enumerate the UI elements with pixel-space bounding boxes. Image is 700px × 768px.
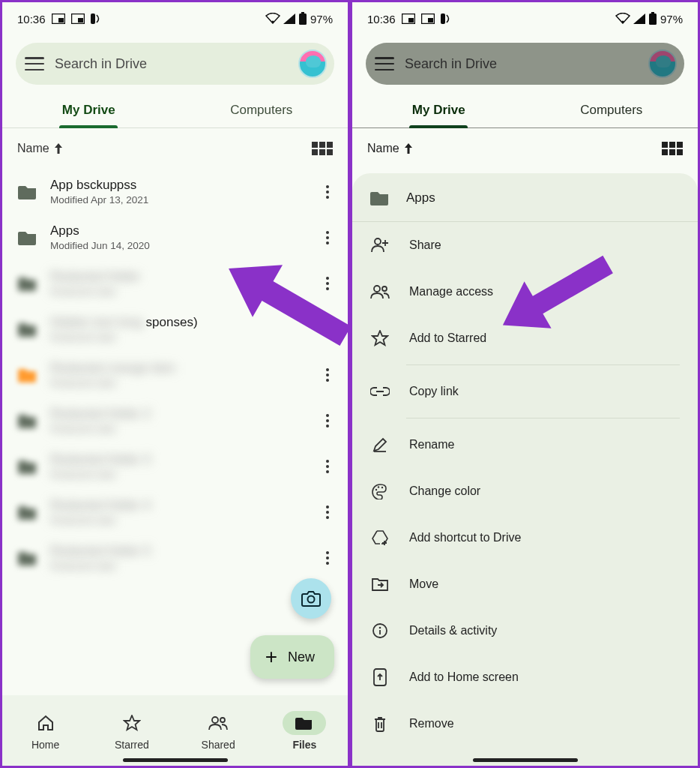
svg-point-10	[220, 718, 225, 722]
file-modified: Redacted date	[50, 469, 306, 480]
people-icon	[208, 716, 228, 730]
folder-icon	[17, 502, 38, 523]
nav-starred[interactable]: Starred	[88, 695, 175, 766]
search-pill[interactable]: Search in Drive	[16, 43, 334, 85]
more-options-button[interactable]	[318, 374, 337, 376]
file-meta: Redacted folder 5 Redacted date	[50, 544, 306, 572]
file-row[interactable]: Redacted folder 4 Redacted date	[2, 489, 348, 535]
menu-icon[interactable]	[375, 57, 394, 70]
sheet-separator	[406, 418, 680, 418]
account-avatar[interactable]	[648, 50, 677, 78]
file-meta: Redacted folder 3 Redacted date	[50, 452, 306, 480]
svg-point-22	[375, 489, 377, 490]
camera-icon	[301, 590, 321, 607]
file-row[interactable]: App bsckuppss Modified Apr 13, 2021	[2, 169, 348, 214]
tab-my-drive[interactable]: My Drive	[352, 92, 525, 128]
sort-label: Name	[17, 142, 49, 155]
more-options-button[interactable]	[318, 190, 337, 194]
cell-signal-icon	[633, 14, 645, 24]
svg-rect-17	[651, 12, 654, 14]
tab-my-drive[interactable]: My Drive	[2, 92, 175, 128]
sheet-title: Apps	[406, 190, 435, 206]
group-icon	[370, 282, 390, 302]
more-options-button[interactable]	[318, 511, 337, 514]
battery-icon	[648, 12, 657, 26]
folder-icon	[17, 227, 38, 248]
more-options-button[interactable]	[318, 556, 337, 560]
add-home-icon	[370, 668, 390, 687]
file-meta: Redacted folder 2 Redacted date	[50, 406, 306, 434]
account-avatar[interactable]	[298, 50, 327, 78]
file-row[interactable]: Redacted folder Redacted date	[2, 260, 348, 306]
file-row[interactable]: Redacted orange item Redacted date	[2, 352, 348, 398]
sheet-item-label: Add shortcut to Drive	[409, 531, 521, 544]
svg-rect-3	[78, 18, 83, 22]
more-options-button[interactable]	[318, 282, 337, 285]
phone-right: 10:36 97% Search in Drive My Drive	[350, 0, 700, 768]
more-options-button[interactable]	[318, 328, 337, 331]
sheet-item-label: Add to Starred	[409, 332, 486, 345]
svg-point-26	[379, 627, 381, 629]
folder-icon	[17, 273, 38, 294]
tab-computers[interactable]: Computers	[175, 92, 349, 128]
move-icon	[370, 574, 390, 594]
more-options-button[interactable]	[318, 419, 337, 422]
folder-icon	[17, 182, 38, 202]
wifi-icon	[265, 13, 280, 25]
file-meta: App bsckuppss Modified Apr 13, 2021	[50, 178, 306, 206]
sheet-list: Share Manage access Add to Starred Copy …	[352, 222, 698, 766]
battery-icon	[298, 12, 307, 26]
folder-icon	[370, 190, 390, 206]
cell-signal-icon	[283, 14, 295, 24]
more-options-button[interactable]	[318, 465, 337, 468]
file-row[interactable]: Redacted folder 3 Redacted date	[2, 443, 348, 489]
sort-row: Name	[2, 128, 348, 169]
arrow-up-icon	[404, 143, 413, 154]
svg-point-19	[375, 238, 381, 244]
more-options-button[interactable]	[318, 236, 337, 239]
sheet-item-rename[interactable]: Rename	[352, 422, 698, 468]
search-placeholder[interactable]: Search in Drive	[50, 56, 292, 72]
sort-button[interactable]: Name	[17, 142, 63, 155]
file-row[interactable]: Redacted folder 2 Redacted date	[2, 398, 348, 443]
sheet-item-label: Details & activity	[409, 624, 497, 638]
sheet-item-copy-link[interactable]: Copy link	[352, 368, 698, 415]
sheet-item-details-activity[interactable]: Details & activity	[352, 608, 698, 654]
picture-in-picture-icon-2	[71, 14, 85, 24]
drive-add-icon	[370, 528, 390, 548]
file-row[interactable]: Hidden text long sponses) Redacted date	[2, 306, 348, 352]
sheet-item-add-shortcut-to-drive[interactable]: Add shortcut to Drive	[352, 514, 698, 561]
file-modified: Modified Apr 13, 2021	[50, 194, 306, 206]
camera-fab[interactable]	[291, 578, 331, 619]
file-name: Redacted folder 3	[50, 452, 306, 467]
grid-view-icon[interactable]	[662, 142, 683, 155]
pencil-icon	[370, 435, 390, 454]
new-fab[interactable]: + New	[250, 635, 334, 679]
sheet-item-remove[interactable]: Remove	[352, 700, 698, 747]
sheet-item-move[interactable]: Move	[352, 561, 698, 608]
sheet-item-manage-access[interactable]: Manage access	[352, 268, 698, 315]
sort-button[interactable]: Name	[367, 142, 413, 155]
file-row[interactable]: Apps Modified Jun 14, 2020	[2, 214, 348, 260]
menu-icon[interactable]	[25, 57, 44, 70]
sheet-item-add-to-starred[interactable]: Add to Starred	[352, 315, 698, 362]
sheet-item-add-to-home-screen[interactable]: Add to Home screen	[352, 654, 698, 700]
file-row[interactable]: Redacted folder 5 Redacted date	[2, 535, 348, 580]
sheet-item-change-color[interactable]: Change color	[352, 468, 698, 514]
folder-icon	[17, 548, 38, 568]
nav-files[interactable]: Files	[262, 695, 348, 766]
file-meta: Redacted orange item Redacted date	[50, 361, 306, 388]
file-name: Apps	[50, 224, 306, 238]
sheet-item-share[interactable]: Share	[352, 222, 698, 268]
nav-home[interactable]: Home	[2, 695, 88, 766]
svg-rect-6	[301, 12, 304, 14]
info-icon	[370, 621, 390, 640]
file-name: Redacted folder 5	[50, 544, 306, 559]
grid-view-icon[interactable]	[312, 142, 333, 155]
tab-computers[interactable]: Computers	[525, 92, 699, 128]
svg-point-23	[378, 486, 379, 488]
nav-shared[interactable]: Shared	[175, 695, 262, 766]
search-placeholder[interactable]: Search in Drive	[400, 56, 642, 72]
file-name: Redacted folder 2	[50, 406, 306, 422]
link-icon	[370, 382, 390, 401]
